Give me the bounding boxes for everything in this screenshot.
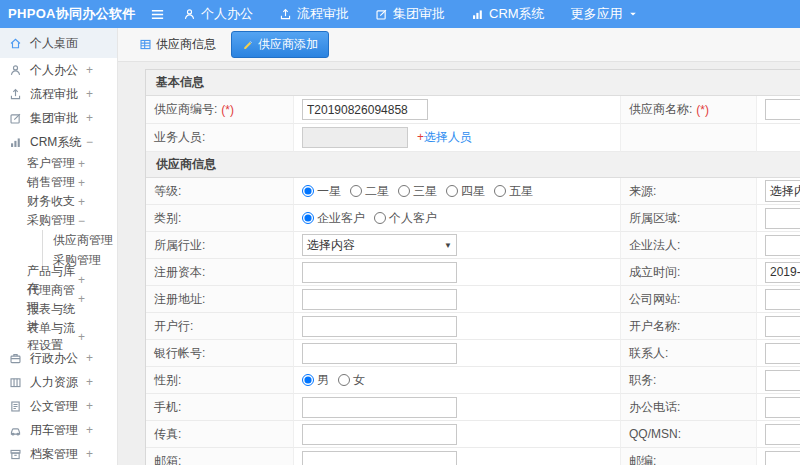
website-input[interactable] xyxy=(765,289,800,310)
expand-minus[interactable]: − xyxy=(86,135,93,149)
expand-plus[interactable]: + xyxy=(78,330,85,344)
sidebar-item-archive-mgmt[interactable]: 档案管理 + xyxy=(0,442,117,465)
sidebar-item-supplier-mgmt[interactable]: 供应商管理 xyxy=(42,230,117,250)
gender-radio-female[interactable]: 女 xyxy=(338,372,365,389)
sidebar-item-label: 财务收支 xyxy=(27,193,75,210)
sidebar-item-label: 客户管理 xyxy=(27,155,75,172)
nav-personal-office[interactable]: 个人办公 xyxy=(170,0,266,28)
mobile-input[interactable] xyxy=(302,397,457,418)
sidebar-item-personal-office[interactable]: 个人办公 + xyxy=(0,58,117,82)
expand-minus[interactable]: − xyxy=(78,214,85,228)
nav-crm-system[interactable]: CRM系统 xyxy=(458,0,558,28)
fax-input[interactable] xyxy=(302,424,457,445)
expand-plus[interactable]: + xyxy=(78,157,85,171)
category-radio-personal[interactable]: 个人客户 xyxy=(374,210,437,227)
nav-process-approval[interactable]: 流程审批 xyxy=(266,0,362,28)
contact-input[interactable] xyxy=(765,343,800,364)
expand-plus[interactable]: + xyxy=(86,63,93,77)
grade-radio-3star[interactable]: 三星 xyxy=(398,183,437,200)
radio-label: 女 xyxy=(353,372,365,389)
field-label: 传真: xyxy=(146,421,294,448)
sidebar-item-form-process-settings[interactable]: 表单与流程设置 + xyxy=(0,327,117,346)
sidebar-item-crm-system[interactable]: CRM系统 − xyxy=(0,130,117,154)
sidebar-item-vehicle-mgmt[interactable]: 用车管理 + xyxy=(0,418,117,442)
position-input[interactable] xyxy=(765,370,800,391)
source-select[interactable]: 选择内容▼ xyxy=(765,180,800,202)
email-input[interactable] xyxy=(302,451,457,465)
bank-branch-input[interactable] xyxy=(302,316,457,337)
expand-plus[interactable]: + xyxy=(86,87,93,101)
category-radio-company[interactable]: 企业客户 xyxy=(302,210,365,227)
sidebar-item-admin-office[interactable]: 行政办公 + xyxy=(0,346,117,370)
sidebar-item-personal-desktop[interactable]: 个人桌面 xyxy=(0,28,117,58)
sidebar-item-purchase-mgmt[interactable]: 采购管理 − xyxy=(0,211,117,230)
chart-icon xyxy=(9,135,23,149)
sidebar-item-document-mgmt[interactable]: 公文管理 + xyxy=(0,394,117,418)
chart-icon xyxy=(471,8,484,21)
empty-cell xyxy=(757,124,800,152)
region-input[interactable] xyxy=(765,208,800,229)
caret-down-icon: ▼ xyxy=(444,241,452,250)
sidebar-item-customer-mgmt[interactable]: 客户管理 + xyxy=(0,154,117,173)
field-label: 性别: xyxy=(146,367,294,394)
supplier-name-input[interactable] xyxy=(765,99,800,120)
label-text: 开户名称: xyxy=(629,318,680,335)
established-date-input[interactable] xyxy=(765,262,800,283)
sidebar-item-process-approval[interactable]: 流程审批 + xyxy=(0,82,117,106)
field-label: 银行帐号: xyxy=(146,340,294,367)
sidebar-toggle-button[interactable] xyxy=(144,0,170,28)
expand-plus[interactable]: + xyxy=(78,195,85,209)
select-staff-link[interactable]: +选择人员 xyxy=(417,129,472,146)
grade-radio-1star[interactable]: 一星 xyxy=(302,183,341,200)
label-text: 性别: xyxy=(154,372,181,389)
label-text: 开户行: xyxy=(154,318,193,335)
expand-plus[interactable]: + xyxy=(86,111,93,125)
sidebar-item-group-approval[interactable]: 集团审批 + xyxy=(0,106,117,130)
supplier-code-input[interactable] xyxy=(302,99,428,120)
tab-supplier-add[interactable]: 供应商添加 xyxy=(231,31,329,58)
grade-radio-2star[interactable]: 二星 xyxy=(350,183,389,200)
nav-more-apps[interactable]: 更多应用 xyxy=(558,0,651,28)
plus-icon: + xyxy=(417,130,424,144)
edit-icon xyxy=(375,8,388,21)
link-text: 选择人员 xyxy=(424,130,472,144)
registered-capital-input[interactable] xyxy=(302,262,457,283)
legal-person-input[interactable] xyxy=(765,235,800,256)
radio-label: 男 xyxy=(317,372,329,389)
industry-select[interactable]: 选择内容▼ xyxy=(302,234,457,256)
expand-plus[interactable]: + xyxy=(78,176,85,190)
doc-icon xyxy=(9,399,23,413)
bank-account-input[interactable] xyxy=(302,343,457,364)
registered-address-input[interactable] xyxy=(302,289,457,310)
sidebar-item-hr[interactable]: 人力资源 + xyxy=(0,370,117,394)
field-label: 注册地址: xyxy=(146,286,294,313)
gender-radio-male[interactable]: 男 xyxy=(302,372,329,389)
grade-radio-5star[interactable]: 五星 xyxy=(494,183,533,200)
sidebar-item-finance[interactable]: 财务收支 + xyxy=(0,192,117,211)
label-text: 所属区域: xyxy=(629,210,680,227)
expand-plus[interactable]: + xyxy=(86,399,93,413)
label-text: 企业法人: xyxy=(629,237,680,254)
sidebar-item-label: 行政办公 xyxy=(30,350,78,367)
expand-plus[interactable]: + xyxy=(78,273,85,287)
radio-label: 五星 xyxy=(509,183,533,200)
tab-supplier-info[interactable]: 供应商信息 xyxy=(132,32,223,57)
columns-icon xyxy=(9,375,23,389)
account-name-input[interactable] xyxy=(765,316,800,337)
office-phone-input[interactable] xyxy=(765,397,800,418)
section-title-basic-info: 基本信息 xyxy=(146,70,800,96)
sidebar-item-sales-mgmt[interactable]: 销售管理 + xyxy=(0,173,117,192)
expand-plus[interactable]: + xyxy=(86,447,93,461)
expand-plus[interactable]: + xyxy=(86,375,93,389)
expand-plus[interactable]: + xyxy=(86,351,93,365)
label-text: 业务人员: xyxy=(154,129,205,146)
form-row-gender: 性别: 男 女 职务: xyxy=(146,367,800,394)
field-label: 职务: xyxy=(621,367,757,394)
nav-group-approval[interactable]: 集团审批 xyxy=(362,0,458,28)
postcode-input[interactable] xyxy=(765,451,800,465)
expand-plus[interactable]: + xyxy=(86,423,93,437)
qq-msn-input[interactable] xyxy=(765,424,800,445)
label-text: 供应商编号: xyxy=(154,101,217,118)
grade-radio-4star[interactable]: 四星 xyxy=(446,183,485,200)
tab-bar: 供应商信息 供应商添加 xyxy=(118,28,800,62)
